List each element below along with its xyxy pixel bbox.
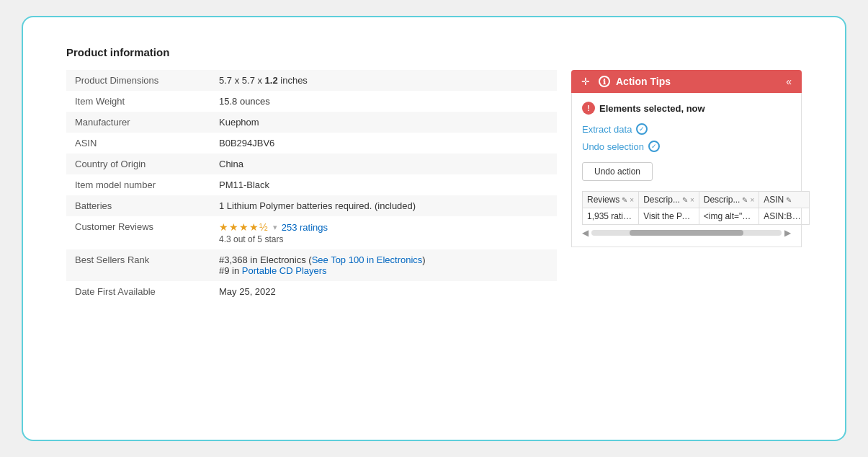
- check-icon: ✓: [636, 123, 648, 135]
- edit-icon-descrip1[interactable]: ✎: [682, 196, 688, 204]
- row-label: Customer Reviews: [66, 216, 210, 249]
- undo-action-button[interactable]: Undo action: [582, 162, 653, 181]
- table-row: Batteries 1 Lithium Polymer batteries re…: [66, 195, 557, 216]
- undo-selection-label: Undo selection: [582, 141, 644, 152]
- close-icon-reviews[interactable]: ×: [630, 196, 634, 204]
- row-label: Manufacturer: [66, 112, 210, 133]
- col-name-asin: ASIN: [764, 195, 784, 205]
- col-header-descrip1: Descrip... ✎ ×: [639, 192, 699, 208]
- row-label: Country of Origin: [66, 154, 210, 174]
- close-icon-descrip1[interactable]: ×: [690, 196, 694, 204]
- col-name-descrip1: Descrip...: [643, 195, 680, 205]
- info-icon: ℹ: [599, 76, 610, 87]
- scroll-right-icon[interactable]: ▶: [784, 228, 791, 238]
- row-value: China: [210, 154, 557, 174]
- bsr-main: #3,368 in Electronics (See Top 100 in El…: [219, 254, 548, 265]
- row-label: Product Dimensions: [66, 70, 210, 91]
- table-row: Date First Available May 25, 2022: [66, 281, 557, 302]
- table-row: Product Dimensions 5.7 x 5.7 x 1.2 inche…: [66, 70, 557, 91]
- extract-label: Extract data: [582, 124, 632, 135]
- columns-header-row: Reviews ✎ × Descrip... ✎ ×: [583, 192, 810, 208]
- sample-descrip1: Visit the PANTI...: [639, 208, 699, 225]
- edit-icon-reviews[interactable]: ✎: [622, 196, 627, 204]
- row-value-bsr: #3,368 in Electronics (See Top 100 in El…: [210, 249, 557, 281]
- page-title: Product information: [66, 46, 802, 58]
- sample-descrip2: <img alt="Vinta...: [699, 208, 759, 225]
- row-value: 15.8 ounces: [210, 91, 557, 112]
- row-value: May 25, 2022: [210, 281, 557, 302]
- row-value: 1 Lithium Polymer batteries required. (i…: [210, 195, 557, 216]
- row-label: Item model number: [66, 174, 210, 195]
- row-value-reviews: ★★★★½ ▾ 253 ratings 4.3 out of 5 stars: [210, 216, 557, 249]
- header-left: ✛ ℹ Action Tips: [581, 76, 671, 87]
- table-row: Country of Origin China: [66, 154, 557, 174]
- scrollbar-track[interactable]: [591, 230, 782, 236]
- table-row: Item model number PM11-Black: [66, 174, 557, 195]
- scrollbar: ◀ ▶: [582, 228, 791, 238]
- main-layout: Product Dimensions 5.7 x 5.7 x 1.2 inche…: [66, 70, 802, 302]
- col-header-reviews: Reviews ✎ ×: [583, 192, 639, 208]
- row-value: 5.7 x 5.7 x 1.2 inches: [210, 70, 557, 91]
- portable-cd-link[interactable]: Portable CD Players: [242, 265, 327, 276]
- sample-reviews: 1,935 ratings: [583, 208, 639, 225]
- table-row-bsr: Best Sellers Rank #3,368 in Electronics …: [66, 249, 557, 281]
- edit-icon-descrip2[interactable]: ✎: [742, 196, 748, 204]
- action-tips-title: Action Tips: [616, 76, 671, 87]
- col-name-descrip2: Descrip...: [704, 195, 741, 205]
- rating-subtext: 4.3 out of 5 stars: [219, 234, 548, 244]
- move-icon: ✛: [581, 76, 590, 87]
- col-header-asin: ASIN ✎: [759, 192, 810, 208]
- scroll-left-icon[interactable]: ◀: [582, 228, 589, 238]
- row-value: B0B294JBV6: [210, 133, 557, 154]
- row-label: Item Weight: [66, 91, 210, 112]
- extract-data-link[interactable]: Extract data ✓: [582, 123, 791, 135]
- action-tips-header: ✛ ℹ Action Tips «: [571, 70, 802, 93]
- top100-link[interactable]: See Top 100 in Electronics: [312, 254, 423, 265]
- table-row: ASIN B0B294JBV6: [66, 133, 557, 154]
- table-row: Item Weight 15.8 ounces: [66, 91, 557, 112]
- data-sample-row: 1,935 ratings Visit the PANTI... <img al…: [583, 208, 810, 225]
- row-label: Date First Available: [66, 281, 210, 302]
- sample-asin: ASIN:B081: [759, 208, 810, 225]
- table-row-reviews: Customer Reviews ★★★★½ ▾ 253 ratings 4.3…: [66, 216, 557, 249]
- product-table-wrap: Product Dimensions 5.7 x 5.7 x 1.2 inche…: [66, 70, 557, 302]
- scrollbar-thumb: [630, 230, 743, 236]
- star-rating: ★★★★½: [219, 221, 269, 233]
- action-tips-panel: ✛ ℹ Action Tips « ! Elements selected, n…: [571, 70, 802, 247]
- close-icon-descrip2[interactable]: ×: [750, 196, 754, 204]
- elements-selected-text: Elements selected, now: [599, 103, 705, 114]
- row-label: Best Sellers Rank: [66, 249, 210, 281]
- data-columns-table: Reviews ✎ × Descrip... ✎ ×: [582, 191, 810, 225]
- collapse-icon[interactable]: «: [786, 76, 792, 87]
- main-card: Product information Product Dimensions 5…: [22, 16, 846, 441]
- col-header-descrip2: Descrip... ✎ ×: [699, 192, 759, 208]
- col-name-reviews: Reviews: [587, 195, 619, 205]
- edit-icon-asin[interactable]: ✎: [786, 196, 792, 204]
- row-label: Batteries: [66, 195, 210, 216]
- alert-icon: !: [582, 102, 595, 115]
- action-tips-body: ! Elements selected, now Extract data ✓ …: [571, 93, 802, 247]
- check-icon2: ✓: [648, 141, 660, 152]
- product-table: Product Dimensions 5.7 x 5.7 x 1.2 inche…: [66, 70, 557, 302]
- row-value: PM11-Black: [210, 174, 557, 195]
- undo-selection-link[interactable]: Undo selection ✓: [582, 141, 791, 152]
- bsr-sub: #9 in Portable CD Players: [219, 265, 548, 276]
- row-value: Kuephom: [210, 112, 557, 133]
- dropdown-icon[interactable]: ▾: [273, 223, 277, 232]
- elements-selected-row: ! Elements selected, now: [582, 102, 791, 115]
- row-label: ASIN: [66, 133, 210, 154]
- ratings-link[interactable]: 253 ratings: [282, 222, 328, 233]
- table-row: Manufacturer Kuephom: [66, 112, 557, 133]
